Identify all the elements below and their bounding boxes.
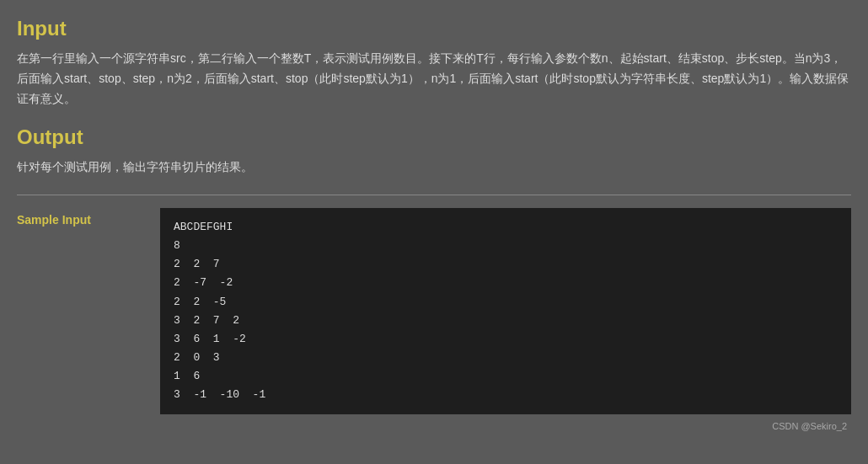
code-line: 3 -1 -10 -1 xyxy=(174,386,838,404)
code-line: 2 2 -5 xyxy=(174,293,838,312)
output-section: Output 针对每个测试用例，输出字符串切片的结果。 xyxy=(17,125,851,178)
code-line: 2 -7 -2 xyxy=(174,274,838,292)
watermark: CSDN @Sekiro_2 xyxy=(17,421,851,431)
code-line: 2 2 7 xyxy=(174,255,838,274)
code-line: 3 6 1 -2 xyxy=(174,330,838,349)
code-line: 2 0 3 xyxy=(174,349,838,367)
output-title: Output xyxy=(17,125,851,149)
input-text: 在第一行里输入一个源字符串src，第二行输入一个整数T，表示测试用例数目。接下来… xyxy=(17,49,851,109)
sample-input-label: Sample Input xyxy=(17,208,160,227)
code-line: 1 6 xyxy=(174,367,838,386)
code-block: ABCDEFGHI82 2 72 -7 -22 2 -53 2 7 23 6 1… xyxy=(160,208,851,414)
input-title: Input xyxy=(17,17,851,40)
code-line: ABCDEFGHI xyxy=(174,218,838,237)
divider xyxy=(17,195,851,195)
code-line: 3 2 7 2 xyxy=(174,312,838,330)
code-line: 8 xyxy=(174,237,838,255)
sample-input-section: Sample Input ABCDEFGHI82 2 72 -7 -22 2 -… xyxy=(17,208,851,414)
input-section: Input 在第一行里输入一个源字符串src，第二行输入一个整数T，表示测试用例… xyxy=(17,17,851,109)
output-text: 针对每个测试用例，输出字符串切片的结果。 xyxy=(17,157,851,178)
